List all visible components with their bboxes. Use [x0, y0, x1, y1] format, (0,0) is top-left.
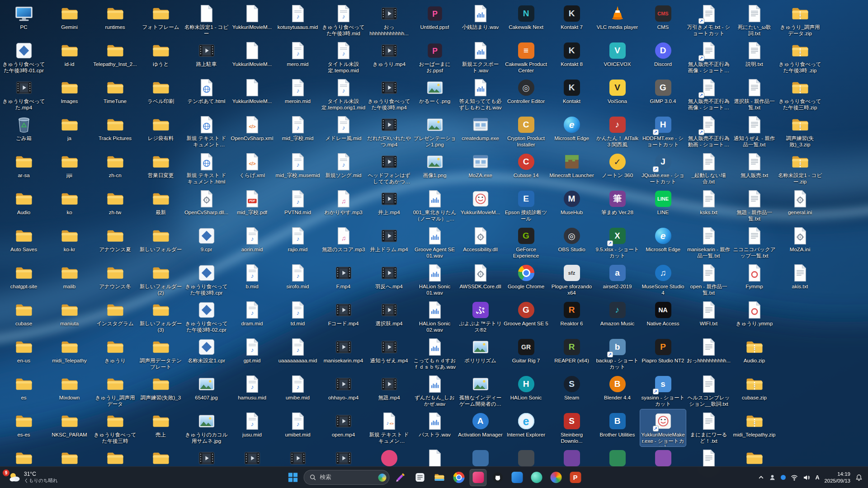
desktop-icon[interactable]: ♪jusu.mid: [229, 409, 275, 446]
desktop-icon[interactable]: ↗万引きメモ.txt - ショートカット: [686, 2, 731, 39]
desktop-icon[interactable]: OpenCvSharp.dll...: [184, 187, 229, 224]
desktop-icon[interactable]: ♪mid_字校.musemid: [275, 150, 321, 187]
desktop-icon[interactable]: NANative Access: [640, 298, 686, 335]
desktop-icon[interactable]: 選択肢 - 親作品一覧.txt: [731, 76, 777, 113]
search-input[interactable]: 検索: [304, 470, 390, 485]
desktop-icon[interactable]: PUntitled.ppsf: [412, 2, 458, 39]
desktop-icon[interactable]: 新しいフォルダー (3): [138, 298, 184, 335]
desktop-icon[interactable]: だれだFXいれたやつ.mp4: [366, 113, 412, 150]
desktop-icon[interactable]: きゅうり食べってた午後3時.mp4: [366, 76, 412, 113]
desktop-icon[interactable]: ♪メドレー風.mid: [321, 113, 366, 150]
desktop-icon[interactable]: 調声用データテンプレート: [138, 335, 184, 372]
desktop-icon[interactable]: GGroove Agent SE 5: [503, 298, 549, 335]
desktop-icon[interactable]: WIFI.txt: [686, 298, 731, 335]
desktop-icon[interactable]: ♪rajio.mid: [275, 224, 321, 261]
desktop-icon[interactable]: cubase: [1, 298, 47, 335]
desktop-icon[interactable]: ♪PVTNd.mid: [275, 187, 321, 224]
desktop-icon[interactable]: ポリリリズム: [458, 335, 503, 372]
desktop-icon[interactable]: 新しいフォルダー: [138, 224, 184, 261]
desktop-icon[interactable]: Audio.zip: [731, 335, 777, 372]
taskbar-app-blue-app[interactable]: [509, 469, 526, 486]
desktop-icon[interactable]: GRGuitar Rig 7: [503, 335, 549, 372]
desktop-icon[interactable]: KKontakt 7: [549, 2, 594, 39]
desktop-icon[interactable]: ニコニコバックアップ一覧.txt: [731, 224, 777, 261]
desktop-icon[interactable]: ◎Controller Editor: [503, 76, 549, 113]
desktop-icon[interactable]: ↗無人販売不正行為動画 - ショートカット: [686, 113, 731, 150]
desktop-icon[interactable]: TimeTune: [92, 76, 138, 113]
taskbar-app-github-desktop[interactable]: [489, 469, 506, 486]
desktop-icon[interactable]: きゅうり.mp4: [366, 39, 412, 76]
desktop-icon[interactable]: AActivation Manager: [458, 409, 503, 446]
desktop-icon[interactable]: ♪mero.mid: [275, 39, 321, 76]
desktop-icon[interactable]: ヘッドフォンはずしててあかつん.mp4: [366, 150, 412, 187]
desktop-icon[interactable]: manisekarin.mp4: [321, 335, 366, 372]
desktop-icon[interactable]: open.mp4: [321, 409, 366, 446]
tray-clock[interactable]: 14:19 2025/09/13: [824, 471, 850, 484]
desktop-icon[interactable]: PC: [1, 2, 47, 39]
desktop-icon[interactable]: インスタグラム: [92, 298, 138, 335]
desktop-icon[interactable]: ぷぷよぷよ™テトリス®2: [458, 298, 503, 335]
desktop-icon[interactable]: 最新: [138, 187, 184, 224]
desktop-icon[interactable]: Auto Saves: [1, 224, 47, 261]
desktop-icon[interactable]: ♪タイトル未設定.tempo.mid: [321, 39, 366, 76]
desktop-icon[interactable]: es: [1, 372, 47, 409]
desktop-icon[interactable]: CCrypton Product Installer: [503, 113, 549, 150]
desktop-icon[interactable]: ゆうと: [138, 39, 184, 76]
desktop-icon[interactable]: VLC media player: [594, 2, 640, 39]
desktop-icon[interactable]: きゅうり.ymmp: [731, 298, 777, 335]
desktop-icon[interactable]: SSteinberg Downlo...: [549, 409, 594, 446]
desktop-icon[interactable]: HALion Sonic 01.wav: [412, 261, 458, 298]
desktop-icon[interactable]: 死にたい_ω歌詞.txt: [731, 2, 777, 39]
desktop-icon[interactable]: きゅうり食べってた.mp4: [1, 76, 47, 113]
desktop-icon[interactable]: createdump.exe: [458, 113, 503, 150]
desktop-icon[interactable]: ラベル印刷: [138, 76, 184, 113]
desktop-icon[interactable]: jijii: [47, 150, 92, 187]
desktop-icon[interactable]: 無題 - 親作品一覧.txt: [731, 187, 777, 224]
desktop-icon[interactable]: aairset2-2019: [594, 261, 640, 298]
desktop-icon[interactable]: BBrother Utilities: [594, 409, 640, 446]
taskbar-app-pen-app[interactable]: [392, 469, 409, 486]
desktop-icon[interactable]: sfzPlogue sforzando x64: [549, 261, 594, 298]
desktop-icon[interactable]: ♪<>新規 テキスト ドキュメント.musicxml: [366, 409, 412, 446]
desktop-icon[interactable]: ♪umibe.mid: [275, 372, 321, 409]
desktop-icon[interactable]: きゅうり: [92, 335, 138, 372]
desktop-icon[interactable]: Track Pictures: [92, 113, 138, 150]
desktop-icon[interactable]: 営業日変更: [138, 150, 184, 187]
desktop-icon[interactable]: ヘルスコンプレッション__歌詞.txt: [686, 372, 731, 409]
desktop-icon[interactable]: 新規 テキスト ドキュメント.html: [184, 150, 229, 187]
desktop-icon[interactable]: 答え知ってても必ずしもわこれ.wav: [458, 76, 503, 113]
desktop-icon[interactable]: 新しいフォルダー (2): [138, 261, 184, 298]
desktop-icon[interactable]: Telepathy_Inst_2...: [92, 39, 138, 76]
desktop-icon[interactable]: ko-kr: [47, 224, 92, 261]
desktop-icon[interactable]: Images: [47, 76, 92, 113]
notification-bell-icon[interactable]: [855, 474, 863, 481]
desktop-icon[interactable]: NKSC_PARAM: [47, 409, 92, 446]
desktop-icon[interactable]: ♫無題のスコア.mp3: [321, 224, 366, 261]
desktop-icon[interactable]: 調声練習(失敗)_3.zip: [777, 113, 823, 150]
desktop-icon[interactable]: 井上ドラム.mp4: [366, 224, 412, 261]
desktop-icon[interactable]: VVoiSona: [594, 76, 640, 113]
desktop-icon[interactable]: KKontakt: [549, 76, 594, 113]
wifi-icon[interactable]: [791, 474, 798, 481]
desktop-icon[interactable]: general.ini: [777, 187, 823, 224]
desktop-icon[interactable]: PDFmid_字校.pdf: [229, 187, 275, 224]
desktop-icon[interactable]: きゅうり_調声用データ.zip: [777, 2, 823, 39]
desktop-icon[interactable]: ♪b.mid: [229, 261, 275, 298]
desktop-icon[interactable]: GGeForce Experience: [503, 224, 549, 261]
desktop-icon[interactable]: ごみ箱: [1, 113, 47, 150]
desktop-icon[interactable]: ohhayo-.mp4: [321, 372, 366, 409]
desktop-icon[interactable]: Minecraft Launcher: [549, 150, 594, 187]
start-button[interactable]: [284, 469, 302, 486]
desktop-icon[interactable]: 名称未設定1.cpr: [184, 335, 229, 372]
desktop-icon[interactable]: DDiscord: [640, 39, 686, 76]
desktop-icon[interactable]: chatgpt-site: [1, 261, 47, 298]
desktop-icon[interactable]: ♪きゅうり食べってた午後3時.mid: [321, 2, 366, 39]
desktop-icon[interactable]: eMicrosoft Edge: [549, 113, 594, 150]
desktop-icon[interactable]: ko: [47, 187, 92, 224]
desktop-icon[interactable]: おっhhhhhhhhhh...: [686, 335, 731, 372]
desktop-icon[interactable]: _起動しない場合.txt: [686, 150, 731, 187]
desktop-icon[interactable]: runtimes: [92, 2, 138, 39]
desktop-icon[interactable]: ♪meroin.mid: [275, 76, 321, 113]
desktop-icon[interactable]: ja: [47, 113, 92, 150]
desktop-icon[interactable]: きゅうり食べってた午後3時 .zip: [777, 39, 823, 76]
